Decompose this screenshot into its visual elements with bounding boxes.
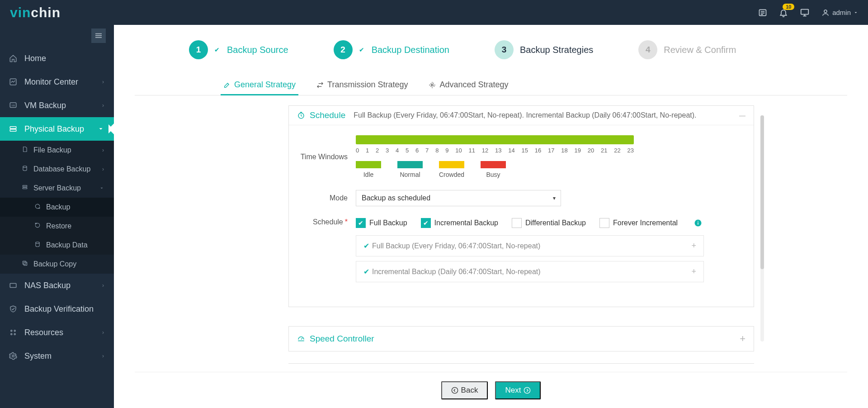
svg-line-38 — [301, 338, 302, 340]
panel-speed-header[interactable]: Speed Controller + — [289, 327, 754, 351]
info-icon[interactable] — [694, 219, 702, 227]
sidebar-item-backup-data[interactable]: Backup Data — [0, 236, 114, 255]
checkbox-differential-backup[interactable]: Differential Backup — [512, 218, 586, 228]
back-button[interactable]: Back — [441, 381, 488, 399]
sidebar-item-home[interactable]: Home — [0, 47, 114, 70]
plus-icon[interactable]: + — [691, 267, 696, 276]
wizard-label: Review & Confirm — [664, 45, 736, 55]
tab-general-strategy[interactable]: General Strategy — [221, 75, 298, 95]
wizard-step-4[interactable]: 4 Review & Confirm — [638, 40, 736, 59]
mode-select-input[interactable] — [356, 190, 561, 206]
wizard-label: Backup Strategies — [520, 45, 593, 55]
wizard-step-3[interactable]: 3 Backup Strategies — [495, 40, 593, 59]
next-button[interactable]: Next — [495, 381, 541, 399]
panel-title: Speed Controller — [310, 334, 374, 344]
sidebar-item-backup[interactable]: Backup — [0, 198, 114, 217]
sidebar-item-label: Home — [24, 54, 46, 63]
tick-label: 8 — [435, 147, 439, 154]
svg-point-40 — [452, 387, 458, 393]
legend-crowded: Crowded — [439, 161, 464, 178]
tab-transmission-strategy[interactable]: Transmission Strategy — [314, 75, 410, 95]
server-icon — [21, 184, 29, 190]
content-area: Schedule Full Backup (Every Friday, 06:4… — [135, 95, 847, 372]
checkbox-full-backup[interactable]: ✔Full Backup — [356, 218, 407, 228]
sidebar-item-label: VM Backup — [24, 101, 66, 110]
tick-label: 13 — [495, 147, 501, 154]
app-header: vinchin 10 admin — [0, 0, 868, 25]
database-icon — [33, 241, 42, 247]
sidebar-item-verify[interactable]: Backup Verification — [0, 297, 114, 321]
svg-point-27 — [12, 355, 14, 357]
wizard-step-2[interactable]: 2 ✔ Backup Destination — [334, 40, 449, 59]
sidebar-item-label: Monitor Center — [24, 77, 78, 87]
collapse-icon[interactable]: — — [739, 112, 745, 119]
tick-label: 18 — [561, 147, 567, 154]
button-label: Back — [461, 386, 478, 395]
tick-label: 17 — [548, 147, 554, 154]
time-windows-label: Time Windows — [297, 153, 356, 161]
svg-rect-4 — [801, 9, 809, 14]
database-icon — [21, 165, 29, 171]
panel-schedule-header[interactable]: Schedule Full Backup (Every Friday, 06:4… — [289, 106, 754, 125]
row-time-windows: Time Windows 012345678910111213141516171… — [297, 135, 745, 178]
sidebar-item-restore[interactable]: Restore — [0, 217, 114, 236]
sidebar-item-nas[interactable]: NAS Backup › — [0, 274, 114, 297]
sidebar-item-file[interactable]: File Backup› — [0, 141, 114, 160]
row-mode: Mode ▾ — [297, 190, 745, 206]
schedule-checkbox-group: ✔Full Backup ✔Incremental Backup Differe… — [356, 218, 745, 228]
sidebar-item-resources[interactable]: Resources › — [0, 321, 114, 344]
sidebar-item-physical[interactable]: Physical Backup — [0, 117, 114, 141]
legend-label: Idle — [363, 171, 374, 178]
svg-rect-21 — [23, 261, 26, 264]
tick-label: 19 — [574, 147, 580, 154]
sidebar-item-backup-copy[interactable]: Backup Copy — [0, 255, 114, 274]
check-icon: ✔ — [363, 242, 369, 250]
tick-label: 5 — [406, 147, 409, 154]
list-icon[interactable] — [758, 8, 767, 17]
mode-select[interactable]: ▾ — [356, 190, 561, 206]
checkbox-forever-incremental[interactable]: Forever Incremental — [599, 218, 678, 228]
svg-point-24 — [14, 330, 15, 332]
svg-point-19 — [36, 242, 39, 244]
bell-icon[interactable]: 10 — [779, 8, 788, 17]
tick-label: 4 — [396, 147, 399, 154]
time-window-bar[interactable] — [356, 135, 634, 144]
user-menu[interactable]: admin — [821, 9, 858, 17]
svg-rect-20 — [24, 262, 27, 266]
svg-rect-9 — [95, 35, 102, 36]
plus-icon[interactable]: + — [740, 333, 745, 345]
tab-advanced-strategy[interactable]: Advanced Strategy — [426, 75, 511, 95]
schedule-row-incremental[interactable]: ✔Incremental Backup (Daily 06:47:00Start… — [356, 261, 704, 282]
wizard-step-1[interactable]: 1 ✔ Backup Source — [189, 40, 288, 59]
sidebar-item-server-backup[interactable]: Server Backup — [0, 179, 114, 198]
tab-label: Advanced Strategy — [439, 80, 508, 90]
checkbox-label: Full Backup — [369, 219, 407, 227]
time-window-legend: Idle Normal Crowded Busy — [356, 161, 745, 178]
sidebar-item-db[interactable]: Database Backup› — [0, 160, 114, 179]
plus-icon[interactable]: + — [691, 241, 696, 251]
svg-rect-37 — [698, 221, 698, 222]
scrollbar-thumb[interactable] — [760, 115, 764, 269]
legend-busy: Busy — [481, 161, 506, 178]
restore-icon — [33, 222, 42, 228]
sidebar-item-label: System — [24, 351, 52, 361]
gear-icon — [8, 351, 18, 361]
wizard-label: Backup Source — [227, 45, 288, 55]
sidebar-submenu-server: Backup Restore Backup Data — [0, 198, 114, 255]
sidebar-item-monitor[interactable]: Monitor Center › — [0, 70, 114, 94]
tick-label: 20 — [588, 147, 594, 154]
svg-point-41 — [524, 387, 530, 393]
sidebar-item-label: Resources — [24, 328, 63, 337]
sidebar-item-system[interactable]: System › — [0, 344, 114, 368]
sidebar-item-vm[interactable]: VMVM Backup › — [0, 94, 114, 117]
edit-icon — [223, 81, 231, 89]
legend-normal: Normal — [397, 161, 423, 178]
sidebar-item-label: Restore — [46, 222, 71, 230]
brand-logo: vinchin — [10, 5, 61, 20]
sidebar-collapse[interactable] — [0, 25, 114, 47]
panel-speed-controller[interactable]: Speed Controller + — [288, 326, 754, 351]
checkbox-incremental-backup[interactable]: ✔Incremental Backup — [421, 218, 498, 228]
schedule-row-full[interactable]: ✔Full Backup (Every Friday, 06:47:00Star… — [356, 235, 704, 256]
scrollbar[interactable] — [760, 115, 764, 342]
monitor-icon[interactable] — [800, 8, 810, 18]
